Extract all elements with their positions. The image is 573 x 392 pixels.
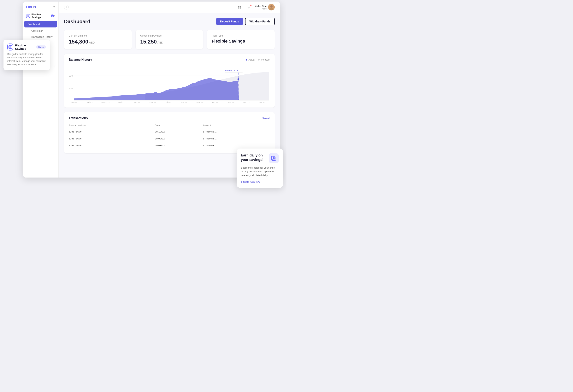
svg-rect-7 [238,6,239,7]
svg-point-21 [237,78,239,80]
svg-text:current month: current month [225,70,239,71]
withdraw-funds-button[interactable]: Withdraw Funds [245,18,275,25]
start-saving-button[interactable]: START SAVING [241,180,279,183]
table-row: 125176AVc 25/09/22 17,850 AE... [69,135,270,142]
logo-part2: Fix [31,5,36,9]
svg-point-13 [269,8,273,10]
header-buttons: Deposit Funds Withdraw Funds [216,18,275,25]
svg-text:Aug 22: Aug 22 [181,101,187,103]
stats-row: Current Balance 154,800AED Upcoming Paym… [64,30,275,49]
svg-text:Nov 22: Nov 22 [228,101,234,103]
plan-type-value: Flexible Savings [212,39,270,44]
col-transaction-num: Transaction Num [69,123,155,128]
flex-savings-label: Flexible Savings [32,13,50,19]
help-icon: ? [64,5,69,9]
settings-arrow: › [54,65,55,67]
table-row: 125176AVc 25/10/22 17,850 AE... [69,128,270,135]
promo-card: Earn daily on your savings! Set money as… [237,148,283,188]
flex-savings-badge: 3 [51,15,54,17]
svg-text:March 22: March 22 [101,101,110,103]
svg-rect-9 [238,8,239,9]
page-title: Dashboard [64,18,90,25]
svg-text:Sept 22: Sept 22 [196,101,203,103]
chart-card: Balance History Actual Forecast [64,54,275,107]
svg-text:0: 0 [69,100,70,103]
transactions-table: Transaction Num Date Amount 125176AVc 25… [69,123,270,149]
svg-rect-10 [240,8,241,9]
transactions-header: Transactions See All [69,116,270,120]
notification-dot [250,4,252,6]
chart-title: Balance History [69,58,92,61]
tooltip-header: Flexible Savings Starter [7,43,46,51]
svg-text:April 22: April 22 [118,101,125,103]
svg-rect-8 [240,6,241,7]
table-row: 125176AVc 25/08/22 17,850 AE... [69,142,270,149]
current-balance-value: 154,800AED [69,39,127,45]
flexible-savings-tooltip: Flexible Savings Starter Design the suit… [3,40,50,70]
sidebar-item-active-plan[interactable]: Active plan [23,28,58,34]
current-balance-card: Current Balance 154,800AED [64,30,132,49]
svg-point-12 [270,5,273,8]
svg-rect-42 [273,157,275,159]
topbar: ? [59,1,280,13]
chart-container: 0 100 200 [69,65,270,103]
svg-text:Jan 23: Jan 23 [259,101,265,103]
dashboard-label: Dashboard [27,23,40,26]
sidebar-header: FinFix ⏱ [23,1,58,11]
sidebar-item-dashboard[interactable]: Dashboard [24,21,57,27]
logo-part1: Fin [26,5,31,9]
svg-text:July 22: July 22 [165,101,171,103]
chart-header: Balance History Actual Forecast [69,58,270,61]
transactions-title: Transactions [69,116,88,120]
upcoming-payment-value: 15,250AED [140,39,199,45]
col-date: Date [155,123,203,128]
grid-apps-button[interactable] [237,4,243,10]
sidebar: FinFix ⏱ Flexible Savings 3 ▾ Dashboard … [23,1,59,178]
transactions-card: Transactions See All Transaction Num Dat… [64,112,275,153]
sidebar-item-transaction-history[interactable]: Transaction History [23,34,58,40]
svg-text:May 22: May 22 [134,101,140,103]
deposit-funds-button[interactable]: Deposit Funds [216,18,243,25]
plan-type-card: Plan Type Flexible Savings [207,30,275,49]
upcoming-payment-label: Upcoming Payment [140,34,199,37]
svg-text:June 22: June 22 [149,101,156,103]
svg-text:Jan 22: Jan 22 [71,101,77,103]
user-avatar [268,4,275,10]
current-balance-label: Current Balance [69,34,127,37]
logo: FinFix [26,5,36,9]
svg-rect-2 [27,16,28,16]
notification-button[interactable] [246,4,252,10]
flex-savings-icon [26,14,30,18]
flex-savings-menu[interactable]: Flexible Savings 3 ▾ [23,11,58,20]
svg-text:100: 100 [69,88,73,90]
user-menu[interactable]: John Doe Admi [255,4,275,10]
upcoming-payment-card: Upcoming Payment 15,250AED [136,30,203,49]
see-all-link[interactable]: See All [262,117,270,120]
user-role: Admi [255,8,267,10]
topbar-help[interactable]: ? [64,5,69,9]
tooltip-description: Design the suitable saving plan for your… [7,53,46,66]
col-amount: Amount [203,123,270,128]
topbar-right: John Doe Admi [237,4,275,10]
dashboard-header: Dashboard Deposit Funds Withdraw Funds [64,18,275,25]
forecast-dot [258,59,260,61]
chart-legend: Actual Forecast [246,58,270,61]
chevron-icon: ▾ [54,15,55,17]
svg-text:200: 200 [69,75,73,77]
svg-rect-39 [10,47,11,48]
tooltip-icon [7,43,13,51]
svg-text:Oct 22: Oct 22 [212,101,218,103]
svg-text:Feb22: Feb22 [87,101,93,103]
promo-header: Earn daily on your savings! [241,153,279,163]
chart-svg: 0 100 200 [69,65,270,103]
actual-dot [246,59,247,61]
svg-text:Dec 22: Dec 22 [243,101,250,103]
clock-icon: ⏱ [53,6,55,9]
plan-type-label: Plan Type [212,34,270,37]
promo-title: Earn daily on your savings! [241,153,269,162]
user-name: John Doe [255,5,267,8]
promo-description: Set money aside for your short term goal… [241,166,279,177]
legend-forecast: Forecast [258,58,270,61]
tooltip-title: Flexible Savings [15,44,34,50]
promo-icon [269,153,279,163]
